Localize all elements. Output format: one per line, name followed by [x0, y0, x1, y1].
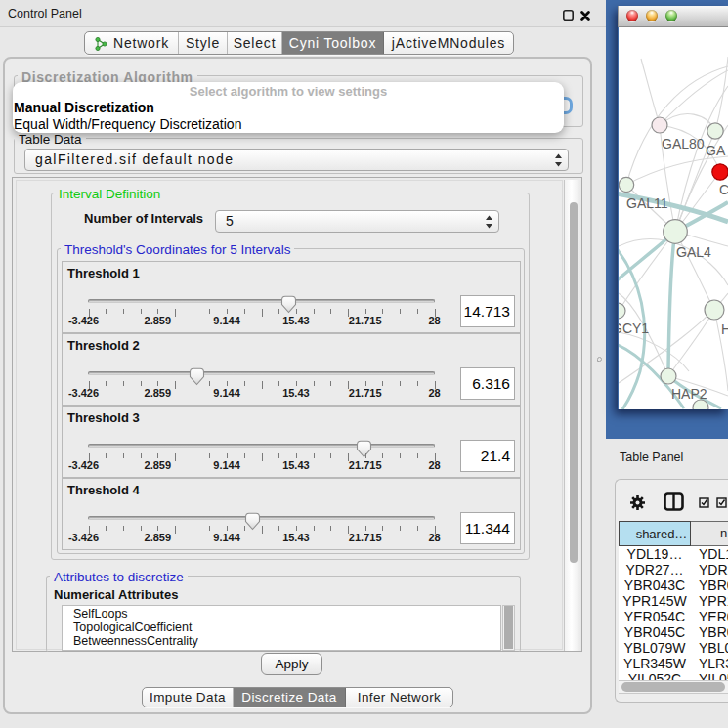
- svg-text:GAL4: GAL4: [676, 244, 711, 260]
- svg-text:HAP2: HAP2: [671, 386, 707, 402]
- svg-text:GAL80: GAL80: [662, 136, 705, 151]
- svg-text:GCY1: GCY1: [619, 321, 649, 336]
- svg-text:GAL11: GAL11: [626, 195, 668, 211]
- svg-text:CR: CR: [719, 182, 728, 197]
- svg-text:HA: HA: [721, 321, 728, 337]
- svg-text:GA: GA: [706, 143, 726, 158]
